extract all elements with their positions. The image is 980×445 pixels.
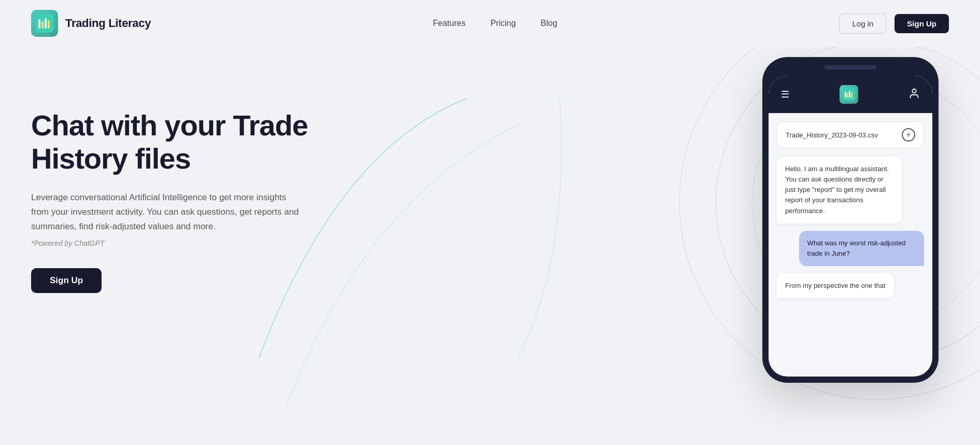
hero-content: Chat with your Trade History files Lever… (31, 78, 332, 293)
brand-area: Trading Literacy (31, 10, 151, 37)
phone-frame: ☰ (762, 57, 939, 383)
powered-by-text: *Powered by ChatGPT (31, 239, 332, 247)
logo-icon (31, 10, 58, 37)
nav-actions: Log in Sign Up (839, 13, 949, 34)
svg-rect-4 (48, 20, 50, 29)
hero-title: Chat with your Trade History files (31, 109, 332, 176)
chat-bubble-bot-2: From my perspective the one that (777, 273, 894, 298)
file-upload-button[interactable]: + (902, 128, 915, 142)
svg-rect-10 (847, 93, 848, 98)
svg-rect-12 (851, 92, 853, 98)
login-button[interactable]: Log in (839, 13, 886, 34)
hero-section: Chat with your Trade History files Lever… (0, 47, 980, 445)
hero-description: Leverage conversational Artificial Intel… (31, 190, 301, 234)
svg-rect-3 (45, 18, 47, 29)
phone-chat-body: Trade_History_2023-09-03.csv + Hello. I … (769, 113, 932, 311)
phone-mockup: ☰ (762, 57, 949, 383)
nav-link-pricing[interactable]: Pricing (490, 19, 516, 28)
chat-bubble-user-1: What was my worst risk-adjusted trade in… (799, 231, 924, 266)
svg-point-13 (912, 89, 916, 92)
phone-header: ☰ (769, 76, 932, 113)
user-icon (908, 88, 920, 102)
svg-rect-2 (41, 21, 44, 29)
hamburger-icon: ☰ (781, 89, 789, 100)
navbar: Trading Literacy Features Pricing Blog L… (0, 0, 980, 47)
svg-rect-11 (849, 91, 850, 98)
nav-link-features[interactable]: Features (433, 19, 465, 28)
chat-bubble-bot-1: Hello. I am a multilingual assistant. Yo… (777, 157, 902, 224)
brand-name: Trading Literacy (65, 17, 151, 30)
file-name-text: Trade_History_2023-09-03.csv (786, 131, 878, 139)
svg-rect-1 (38, 19, 40, 29)
nav-links: Features Pricing Blog (433, 19, 557, 28)
file-upload-row: Trade_History_2023-09-03.csv + (777, 121, 924, 148)
svg-rect-9 (845, 92, 846, 98)
phone-logo-icon (840, 85, 858, 104)
phone-notch (825, 65, 876, 69)
signup-button-nav[interactable]: Sign Up (894, 14, 949, 33)
nav-link-blog[interactable]: Blog (541, 19, 557, 28)
signup-button-hero[interactable]: Sign Up (31, 268, 102, 293)
phone-screen: ☰ (769, 76, 932, 377)
chat-messages: Hello. I am a multilingual assistant. Yo… (777, 157, 924, 298)
